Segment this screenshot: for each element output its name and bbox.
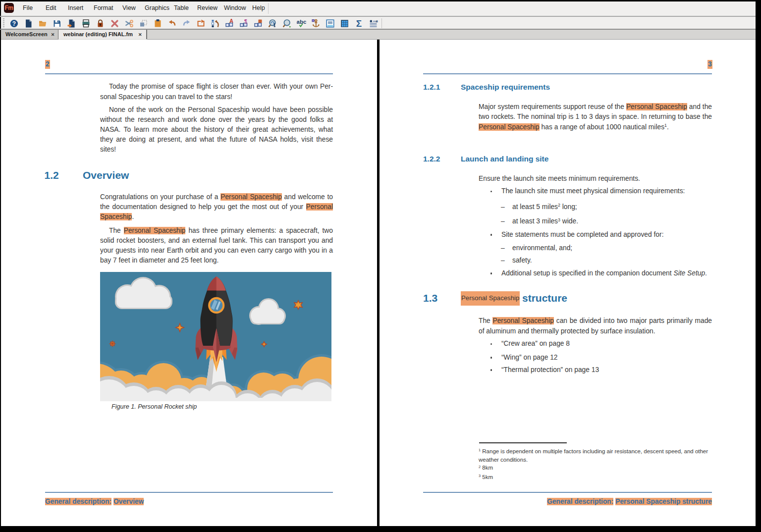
svg-text:abc: abc (297, 19, 306, 25)
svg-text:±: ± (376, 19, 379, 23)
svg-text:Σ: Σ (356, 19, 362, 28)
svg-text:?: ? (12, 20, 16, 27)
svg-text:¶: ¶ (244, 19, 247, 24)
svg-text:A: A (229, 19, 233, 24)
